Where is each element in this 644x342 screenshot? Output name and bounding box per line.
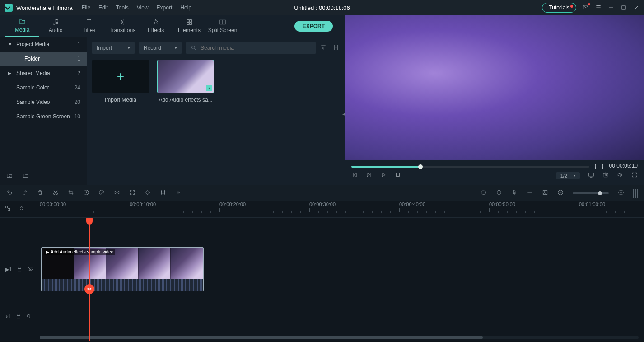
zoom-slider[interactable] <box>573 192 609 194</box>
menu-file[interactable]: File <box>82 5 90 11</box>
menu-tools[interactable]: Tools <box>116 5 129 11</box>
timeline-scrollbar[interactable] <box>40 336 639 339</box>
expand-button[interactable] <box>129 189 135 197</box>
tab-transitions[interactable]: Transitions <box>106 15 139 37</box>
display-icon[interactable] <box>588 172 594 179</box>
import-dropdown[interactable]: Import▾ <box>92 42 135 54</box>
green-screen-button[interactable] <box>114 189 120 197</box>
color-button[interactable] <box>98 189 105 197</box>
video-track: ▶1 ▶Add Audio effects sample video <box>0 247 644 291</box>
tab-audio[interactable]: Audio <box>39 15 72 37</box>
minimize-button[interactable] <box>608 5 614 11</box>
playhead[interactable]: ✂ <box>89 218 90 341</box>
menu-help[interactable]: Help <box>180 5 191 11</box>
filter-icon[interactable] <box>320 44 327 52</box>
record-dropdown[interactable]: Record▾ <box>139 42 182 54</box>
render-preview-icon[interactable] <box>633 189 638 198</box>
redo-button[interactable] <box>22 189 28 197</box>
audio-track-label[interactable]: ♪A11 <box>5 314 11 319</box>
mixer-button[interactable] <box>160 189 166 197</box>
svg-point-10 <box>334 45 335 46</box>
play-button[interactable] <box>380 172 387 179</box>
svg-point-2 <box>53 23 55 24</box>
sidebar-item-folder[interactable]: Folder1 <box>0 52 87 66</box>
magnet-icon[interactable] <box>18 205 24 213</box>
keyframe-button[interactable] <box>145 189 151 197</box>
video-track-icon[interactable]: ▶1 <box>5 267 12 272</box>
tab-effects[interactable]: Effects <box>139 15 173 37</box>
eye-icon[interactable] <box>27 266 33 273</box>
svg-point-22 <box>605 174 607 176</box>
audio-mixer-icon[interactable] <box>527 189 533 197</box>
main-menu: File Edit Tools View Export Help <box>82 5 191 11</box>
import-media-card[interactable]: + Import Media <box>92 60 149 103</box>
tab-elements[interactable]: Elements <box>173 15 206 37</box>
voiceover-icon[interactable] <box>511 189 518 197</box>
next-frame-button[interactable] <box>366 172 372 179</box>
media-clip-card[interactable]: ✓ Add Audio effects sa... <box>157 60 214 103</box>
sidebar-item-shared-media[interactable]: ▶Shared Media2 <box>0 66 87 80</box>
crop-button[interactable] <box>68 189 74 197</box>
grid-view-icon[interactable] <box>333 44 339 52</box>
lock-icon[interactable] <box>15 313 22 320</box>
picture-icon[interactable] <box>542 189 548 197</box>
svg-point-17 <box>336 48 336 49</box>
zoom-in-button[interactable] <box>618 189 624 197</box>
new-folder-icon[interactable] <box>6 173 13 180</box>
volume-icon[interactable] <box>617 172 623 179</box>
source-tabs: Media Audio TTitles Transitions Effects … <box>0 15 345 37</box>
plus-icon: + <box>92 60 149 93</box>
mark-in-icon[interactable]: { <box>595 163 597 169</box>
close-button[interactable] <box>633 5 639 11</box>
timeline-ruler[interactable]: 00:00:00:0000:00:10:0000:00:20:0000:00:3… <box>0 201 644 218</box>
sidebar-item-project-media[interactable]: ▼Project Media1 <box>0 37 87 52</box>
tutorials-button[interactable]: Tutorials <box>542 3 576 13</box>
mark-out-icon[interactable]: } <box>602 163 604 169</box>
undo-button[interactable] <box>6 189 13 197</box>
zoom-out-button[interactable] <box>557 189 564 197</box>
preview-viewport[interactable] <box>345 15 644 160</box>
link-tracks-icon[interactable] <box>5 205 11 213</box>
svg-rect-37 <box>8 209 10 211</box>
tab-split-screen[interactable]: Split Screen <box>206 15 239 37</box>
svg-point-15 <box>337 47 338 48</box>
svg-rect-31 <box>513 190 515 193</box>
fullscreen-icon[interactable] <box>631 172 638 179</box>
search-input[interactable] <box>201 45 311 51</box>
snapshot-icon[interactable] <box>602 172 609 179</box>
folder-icon[interactable] <box>23 173 29 180</box>
tab-media[interactable]: Media <box>5 15 39 37</box>
lock-icon[interactable] <box>16 266 23 273</box>
app-name: Wondershare Filmora <box>16 5 73 11</box>
sidebar-item-sample-green[interactable]: Sample Green Screen10 <box>0 109 87 124</box>
delete-button[interactable] <box>37 189 43 197</box>
maximize-button[interactable] <box>621 5 627 11</box>
svg-rect-36 <box>5 206 7 208</box>
mute-icon[interactable] <box>26 313 33 320</box>
stop-button[interactable] <box>395 172 401 179</box>
clip-card-label: Add Audio effects sa... <box>157 97 214 103</box>
tab-titles[interactable]: TTitles <box>72 15 106 37</box>
cut-button[interactable] <box>52 189 59 197</box>
list-icon[interactable] <box>595 4 602 12</box>
audio-adjust-button[interactable] <box>175 189 182 197</box>
razor-icon[interactable]: ✂ <box>84 284 94 294</box>
auto-ripple-icon[interactable] <box>481 189 487 197</box>
sidebar-item-sample-color[interactable]: Sample Color24 <box>0 80 87 95</box>
mail-icon[interactable] <box>583 4 589 12</box>
marker-icon[interactable] <box>496 189 502 197</box>
svg-rect-5 <box>190 20 192 22</box>
preview-scrubber[interactable] <box>351 166 589 168</box>
preview-zoom-dropdown[interactable]: 1/2▾ <box>556 172 580 179</box>
menu-view[interactable]: View <box>137 5 149 11</box>
video-clip[interactable]: ▶Add Audio effects sample video <box>41 247 204 291</box>
sidebar-item-sample-video[interactable]: Sample Video20 <box>0 95 87 109</box>
menu-edit[interactable]: Edit <box>98 5 108 11</box>
speed-button[interactable] <box>83 189 89 197</box>
svg-rect-21 <box>603 173 608 177</box>
ruler-tick: 00:00:40:00 <box>399 201 425 212</box>
prev-frame-button[interactable] <box>351 172 358 179</box>
export-button[interactable]: EXPORT <box>294 21 333 32</box>
menu-export[interactable]: Export <box>157 5 173 11</box>
search-media[interactable] <box>186 42 316 54</box>
